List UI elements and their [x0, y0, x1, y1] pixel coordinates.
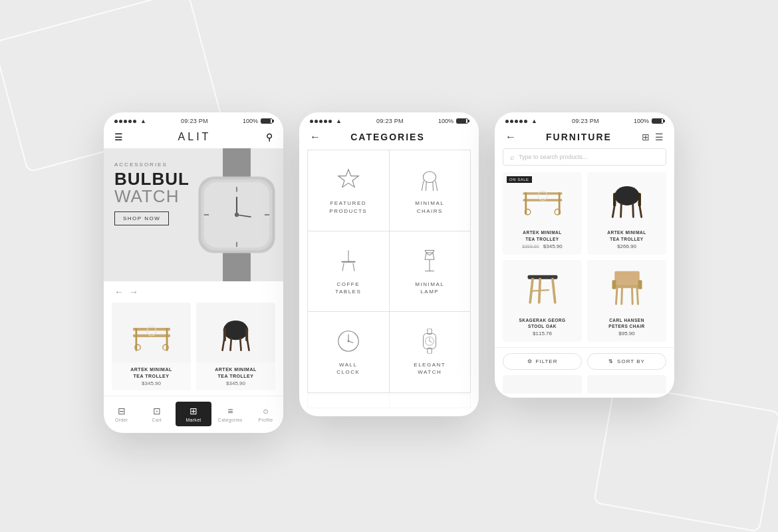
hero-navigation: ← →	[104, 281, 283, 303]
time-1: 09:23 PM	[181, 118, 208, 124]
svg-rect-0	[223, 148, 251, 180]
svg-line-66	[553, 279, 555, 303]
svg-rect-62	[613, 193, 616, 206]
nav-profile[interactable]: ○ Profile	[248, 406, 283, 422]
wifi-icon-2: ▲	[336, 118, 342, 124]
category-tables[interactable]: COFFETABLES	[308, 231, 389, 311]
shop-now-button[interactable]: SHOP NOW	[114, 211, 169, 225]
furniture-card-4[interactable]: CARL HANSENPETERS CHAIR $95.90	[587, 260, 666, 342]
category-lamp[interactable]: MINIMALLAMP	[390, 231, 471, 311]
status-bar-2: ▲ 09:23 PM 100%	[299, 112, 479, 127]
sort-label: SORT BY	[617, 358, 645, 364]
search-icon[interactable]: ⚲	[266, 132, 273, 142]
chairs-label: MINIMALCHAIRS	[415, 200, 444, 214]
svg-line-23	[240, 338, 241, 350]
battery-pct-1: 100%	[243, 118, 258, 124]
svg-line-74	[632, 288, 632, 304]
product-card-2[interactable]: ARTEK MINIMALTEA TROLLEY $345.90	[196, 303, 275, 390]
furniture-card-1[interactable]: ON SALE ARTEK MINIMALTEA TROLLEY	[503, 172, 582, 254]
status-bar-1: ▲ 09:23 PM 100%	[104, 112, 283, 127]
view-toggle: ⊞ ☰	[642, 132, 664, 142]
battery-area-1: 100%	[243, 118, 273, 124]
prod-img-area-4	[587, 260, 666, 313]
phone-home: ▲ 09:23 PM 100% ☰ ALIT ⚲ ACCESSORIES BUL…	[104, 112, 283, 432]
nav-cart[interactable]: ⊡ Cart	[139, 406, 174, 422]
categories-grid: FEATUREDPRODUCTS MINIMALCHAIRS	[307, 150, 471, 392]
back-button-3[interactable]: ←	[505, 131, 516, 143]
menu-icon[interactable]: ☰	[114, 132, 123, 142]
furniture-search[interactable]: ⌕ Type to search products...	[503, 148, 666, 166]
nav-market[interactable]: ⊞ Market	[176, 402, 211, 426]
svg-line-28	[422, 181, 424, 191]
category-watch[interactable]: ELEGANTWATCH	[390, 312, 471, 392]
svg-line-49	[430, 341, 432, 342]
wifi-icon-3: ▲	[531, 118, 537, 124]
category-clock[interactable]: WALLCLOCK	[308, 312, 389, 392]
prod-price-3: $115.76	[508, 331, 577, 336]
hero-banner: ACCESSORIES BULBUL WATCH SHOP NOW	[104, 148, 283, 281]
prod-name-2: ARTEK MINIMALTEA TROLLEY	[592, 229, 661, 241]
back-button-2[interactable]: ←	[310, 131, 321, 143]
nav-categories[interactable]: ≡ Categories	[213, 406, 248, 422]
prev-arrow[interactable]: ←	[114, 287, 124, 297]
sort-button[interactable]: ⇅ SORT BY	[587, 353, 666, 370]
svg-rect-24	[223, 329, 226, 342]
clock-label: WALLCLOCK	[336, 361, 360, 376]
list-view-icon[interactable]: ☰	[655, 132, 664, 142]
prod-trolley-svg	[519, 178, 566, 221]
phone-categories: ▲ 09:23 PM 100% ← CATEGORIES F	[299, 112, 479, 416]
filter-button[interactable]: ⚙ FILTER	[503, 353, 582, 370]
svg-line-35	[342, 263, 344, 271]
bottom-navigation: ⊟ Order ⊡ Cart ⊞ Market ≡ Categories ○ P…	[104, 396, 283, 433]
categories-label: Categories	[218, 418, 243, 422]
prod-info-2: ARTEK MINIMALTEA TROLLEY $266.90	[587, 225, 666, 254]
product-grid-home: ARTEK MINIMALTEA TROLLEY $345.90	[104, 303, 283, 395]
svg-line-71	[616, 288, 617, 304]
battery-bar-2	[456, 118, 468, 124]
furniture-actions: ⚙ FILTER ⇅ SORT BY	[495, 347, 674, 375]
svg-rect-63	[638, 193, 640, 206]
svg-line-60	[620, 204, 621, 217]
battery-bar-1	[261, 118, 273, 124]
sale-badge-1: ON SALE	[507, 176, 532, 183]
prod-img-area-3	[503, 260, 582, 313]
partial-products	[495, 375, 674, 398]
prod-name-4: CARL HANSENPETERS CHAIR	[592, 317, 661, 329]
signal-dots-2: ▲	[310, 118, 342, 124]
grid-view-icon[interactable]: ⊞	[642, 132, 650, 142]
next-arrow[interactable]: →	[129, 287, 138, 297]
prod-name-3: SKAGERAK GEORGSTOOL OAK	[508, 317, 577, 329]
svg-rect-25	[245, 329, 248, 342]
category-chairs[interactable]: MINIMALCHAIRS	[390, 150, 471, 230]
product-name-2: ARTEK MINIMALTEA TROLLEY	[201, 366, 270, 378]
svg-point-27	[424, 172, 436, 183]
svg-line-61	[632, 204, 633, 217]
watch-icon	[416, 328, 443, 354]
nav-order[interactable]: ⊟ Order	[104, 406, 139, 422]
category-featured[interactable]: FEATUREDPRODUCTS	[308, 150, 389, 230]
battery-pct-2: 100%	[438, 118, 454, 124]
svg-line-72	[637, 288, 638, 304]
new-price-1: $345.90	[543, 243, 563, 249]
order-icon: ⊟	[118, 406, 126, 416]
prod-price-2: $266.90	[592, 243, 661, 249]
chairs-icon	[416, 166, 443, 193]
prod-info-4: CARL HANSENPETERS CHAIR $95.90	[587, 313, 666, 342]
prod-name-1: ARTEK MINIMALTEA TROLLEY	[508, 229, 577, 241]
order-label: Order	[115, 418, 128, 422]
furniture-card-2[interactable]: ARTEK MINIMALTEA TROLLEY $266.90	[587, 172, 666, 254]
featured-icon	[335, 166, 362, 193]
svg-line-29	[436, 181, 438, 191]
furniture-title: FURNITURE	[546, 132, 612, 142]
phone-furniture: ▲ 09:23 PM 100% ← FURNITURE ⊞ ☰ ⌕ Type t…	[495, 112, 674, 397]
featured-label: FEATUREDPRODUCTS	[329, 200, 367, 214]
product-card-1[interactable]: ARTEK MINIMALTEA TROLLEY $345.90	[112, 303, 191, 390]
svg-rect-70	[614, 271, 640, 285]
categories-partial	[307, 394, 471, 408]
old-price-1: $399.90	[522, 244, 539, 249]
phones-container: ▲ 09:23 PM 100% ☰ ALIT ⚲ ACCESSORIES BUL…	[104, 99, 674, 432]
svg-line-22	[231, 338, 231, 350]
furniture-card-3[interactable]: SKAGERAK GEORGSTOOL OAK $115.76	[503, 260, 582, 342]
signal-dots-3: ▲	[505, 118, 537, 124]
search-placeholder: Type to search products...	[519, 154, 588, 160]
